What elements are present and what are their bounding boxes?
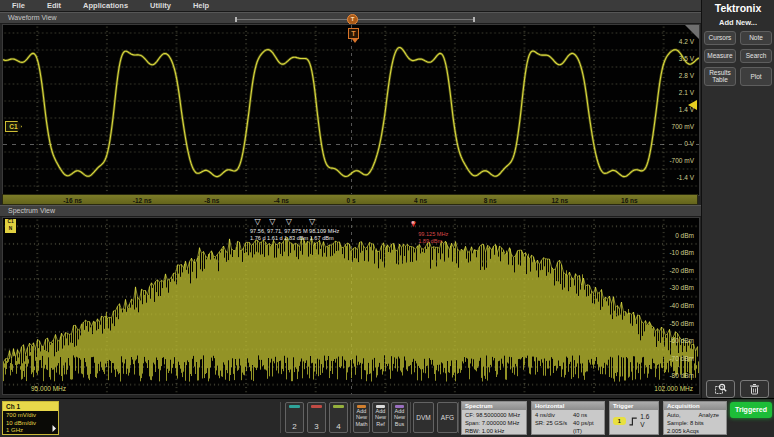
freq-axis-start-label: 95.000 MHz [31,385,66,392]
time-axis-label: 4 ns [414,197,427,204]
channel-2-button[interactable]: 2 [285,402,304,433]
note-button[interactable]: Note [740,31,772,45]
add-new-label: Add New... [702,18,774,27]
spectrum-db-label: -60 dBm [669,337,694,344]
channel1-badge[interactable]: Ch 1 700 mV/div 10 dBm/div 1 GHz [2,401,59,435]
cursors-button[interactable]: Cursors [704,31,736,45]
waveform-y-label: 0 V [684,140,694,147]
channel-color-stripe [395,405,404,408]
waveform-trace [3,25,699,195]
time-axis-label: -12 ns [133,197,152,204]
spectrum-trace [3,218,699,394]
spectrum-db-label: 0 dBm [675,232,694,239]
oscilloscope-app: FileEditApplicationsUtilityHelp Waveform… [0,0,774,437]
spectrum-view-header[interactable]: Spectrum View [0,205,701,217]
sample-interval: 40 ps/pt (IT) [573,419,601,435]
plot-button[interactable]: Plot [740,67,772,86]
time-axis-label: 8 ns [484,197,497,204]
center-frequency-value: CF: 98.5000000 MHz [465,411,523,419]
channel-4-button[interactable]: 4 [329,402,348,433]
time-axis-label: 12 ns [551,197,568,204]
magnifier-icon [715,383,727,395]
time-axis-label: 16 ns [621,197,638,204]
waveform-y-label: 3.5 V [679,55,694,62]
spectrum-db-label: -30 dBm [669,284,694,291]
spectrum-plot[interactable]: C1 N 97.56, 97.71, 97.875 M 98.109 MHz 1… [2,217,700,395]
statusbar-divider [350,402,351,433]
menu-utility[interactable]: Utility [150,1,171,10]
waveform-y-label: 2.8 V [679,72,694,79]
measure-button[interactable]: Measure [704,49,736,63]
trigger-flag-icon[interactable]: T [348,28,359,39]
add-new-ref-button[interactable]: Add New Ref [372,402,389,433]
time-axis-label: -4 ns [274,197,289,204]
time-axis-ruler[interactable]: -16 ns-12 ns-8 ns-4 ns0 s4 ns8 ns12 ns16… [2,194,698,205]
results-table-button[interactable]: Results Table [704,67,736,86]
time-per-div: 4 ns/div [535,411,573,419]
channel-color-stripe [357,405,366,408]
dvm-button[interactable]: DVM [413,402,434,433]
channel-color-stripe [376,405,385,408]
acquisition-box-title: Acquisition [664,402,726,410]
spectrum-info-box[interactable]: Spectrum CF: 98.5000000 MHz Span: 7.0000… [461,401,527,435]
time-axis-label: -8 ns [204,197,219,204]
statusbar-divider [458,402,459,433]
channel-color-stripe [311,405,322,408]
ch1-scale: 700 mV/div [6,412,58,420]
spectrum-channel-badge[interactable]: C1 N [5,219,16,233]
channel-color-stripe [333,405,344,408]
freq-axis-end-label: 102.000 MHz [654,385,693,392]
record-duration: 40 ns [573,411,601,419]
trash-icon [749,383,760,395]
channel1-name: Ch 1 [3,402,58,411]
waveform-plot[interactable]: C1 T 4.2 V3.5 V2.8 V2.1 V1.4 V700 mV0 V-… [2,24,700,196]
add-new-bus-button[interactable]: Add New Bus [391,402,408,433]
peak-marker-icon[interactable]: ▽ [286,218,292,226]
waveform-y-label: 1.4 V [679,106,694,113]
spectrum-view-title: Spectrum View [8,207,55,214]
statusbar-divider [410,402,411,433]
sample-rate: SR: 25 GS/s [535,419,573,435]
waveform-y-label: 700 mV [672,123,694,130]
waveform-y-label: 4.2 V [679,38,694,45]
peak-marker-labels: 97.56, 97.71, 97.875 M 98.109 MHz 1.76 d… [250,228,339,242]
rbw-value: RBW: 1.00 kHz [465,427,523,435]
menu-edit[interactable]: Edit [47,1,61,10]
trigger-info-box[interactable]: Trigger 1 1.6 V [609,401,659,435]
waveform-view-header[interactable]: Waveform View T [0,12,701,24]
acq-count: 2.005 kAcqs [667,427,723,435]
afg-button[interactable]: AFG [437,402,458,433]
acq-analyze: Analyze [698,411,719,419]
span-value: Span: 7.000000 MHz [465,419,523,427]
spectrum-box-title: Spectrum [462,402,526,410]
waveform-y-label: -700 mV [669,157,694,164]
search-button[interactable]: Search [740,49,772,63]
time-axis-label: -16 ns [63,197,82,204]
status-bar: Ch 1 700 mV/div 10 dBm/div 1 GHz 234Add … [0,398,774,437]
channel-3-button[interactable]: 3 [307,402,326,433]
reference-marker-label: 99.125 MHz1.89 dBm [418,231,448,245]
menu-applications[interactable]: Applications [83,1,128,10]
rising-slope-icon [629,417,638,426]
acq-sample-bits: Sample: 8 bits [667,419,723,427]
trigger-box-title: Trigger [610,402,658,410]
peak-marker-icon[interactable]: ▽ [254,218,260,226]
menu-file[interactable]: File [12,1,25,10]
triggered-indicator[interactable]: Triggered [730,402,772,418]
peak-marker-icon[interactable]: ▽ [269,218,275,226]
horizontal-info-box[interactable]: Horizontal 4 ns/div 40 ns SR: 25 GS/s 40… [531,401,605,435]
acq-mode: Auto, [667,411,681,419]
statusbar-divider [280,402,281,433]
menu-help[interactable]: Help [193,1,209,10]
corner-zoom-icon[interactable] [685,25,699,39]
peak-marker-icon[interactable]: ▽ [309,218,315,226]
tektronix-logo: Tektronix [702,2,774,14]
spectrum-db-label: -50 dBm [669,320,694,327]
add-new-math-button[interactable]: Add New Math [353,402,370,433]
menu-bar: FileEditApplicationsUtilityHelp [0,0,701,12]
waveform-view-title: Waveform View [8,14,57,21]
zoom-box-button[interactable] [706,380,735,398]
trash-button[interactable] [740,380,769,398]
trigger-source-badge: 1 [613,417,626,425]
acquisition-info-box[interactable]: Acquisition Auto, Analyze Sample: 8 bits… [663,401,727,435]
